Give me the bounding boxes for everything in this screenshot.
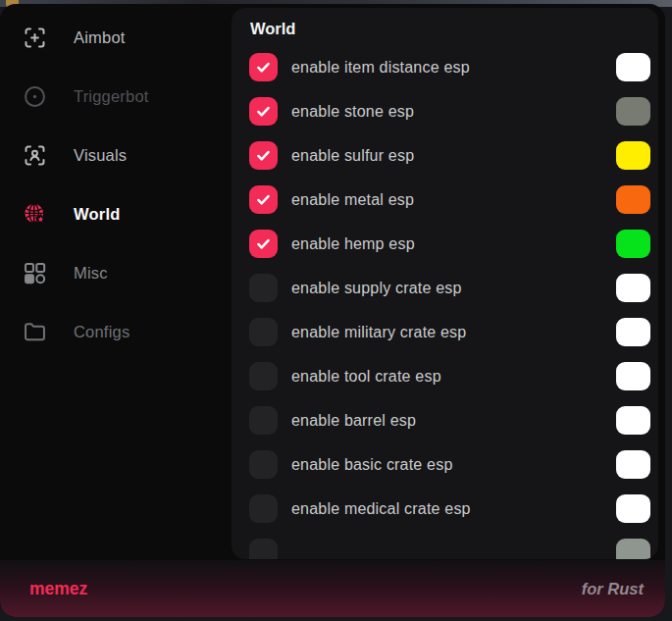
option-label: enable stone esp [291,103,602,121]
option-label: enable tool crate esp [291,368,602,386]
esp-checkbox[interactable] [249,318,278,346]
option-row [249,531,650,559]
sidebar-item-visuals[interactable]: Visuals [0,126,232,184]
option-label: enable basic crate esp [291,456,602,474]
option-row: enable military crate esp [249,310,650,354]
option-row: enable supply crate esp [249,266,650,310]
sidebar-item-triggerbot[interactable]: Triggerbot [0,67,232,126]
option-row: enable sulfur esp [249,133,650,178]
option-label: enable metal esp [291,191,602,209]
brand-name: memez [29,579,87,599]
option-row: enable item distance esp [249,45,650,89]
sidebar-item-aimbot[interactable]: Aimbot [0,8,232,67]
esp-checkbox[interactable] [249,185,278,214]
category-grid-icon [22,260,48,286]
esp-checkbox[interactable] [249,230,278,258]
color-swatch[interactable] [616,53,650,81]
color-swatch[interactable] [616,362,650,390]
option-label: enable military crate esp [291,324,602,341]
esp-checkbox[interactable] [249,450,278,479]
esp-checkbox[interactable] [249,494,278,523]
option-label: enable sulfur esp [291,147,602,165]
color-swatch[interactable] [616,450,650,479]
world-settings-panel[interactable]: World enable item distance esp enable st… [232,8,658,559]
color-swatch[interactable] [616,494,650,523]
player-scan-icon [22,142,48,169]
color-swatch[interactable] [616,318,650,346]
option-row: enable medical crate esp [249,487,650,531]
esp-checkbox[interactable] [249,141,278,170]
content-panel-wrap: World enable item distance esp enable st… [232,4,665,560]
esp-checkbox[interactable] [249,53,278,81]
folder-icon [22,319,48,345]
color-swatch[interactable] [616,97,650,126]
brand-tagline: for Rust [582,580,644,598]
option-row: enable barrel esp [249,398,650,442]
option-row: enable basic crate esp [249,442,650,487]
sidebar-item-world[interactable]: World [0,184,232,243]
color-swatch[interactable] [616,141,650,170]
option-label: enable item distance esp [291,59,602,77]
option-row: enable hemp esp [249,222,650,266]
options-list: enable item distance esp enable stone es… [249,45,650,559]
esp-checkbox[interactable] [249,539,278,559]
option-label: enable medical crate esp [291,500,602,518]
circle-dot-icon [22,83,48,110]
option-row: enable metal esp [249,178,650,222]
footer-bar: memez for Rust [0,560,665,617]
color-swatch[interactable] [616,185,650,214]
sidebar-item-configs[interactable]: Configs [0,302,232,361]
color-swatch[interactable] [616,406,650,435]
color-swatch[interactable] [616,539,650,559]
main-area: Aimbot Triggerbot Visuals World Misc Con… [0,4,665,560]
esp-checkbox[interactable] [249,362,278,390]
esp-checkbox[interactable] [249,406,278,435]
esp-checkbox[interactable] [249,274,278,302]
sidebar-item-misc[interactable]: Misc [0,243,232,302]
cheat-menu-window: Aimbot Triggerbot Visuals World Misc Con… [0,4,665,617]
color-swatch[interactable] [616,230,650,258]
crosshair-scan-icon [22,25,48,51]
sidebar-nav: Aimbot Triggerbot Visuals World Misc Con… [0,4,232,560]
esp-checkbox[interactable] [249,97,278,126]
option-row: enable stone esp [249,89,650,133]
option-label: enable barrel esp [291,412,602,430]
option-row: enable tool crate esp [249,354,650,398]
color-swatch[interactable] [616,274,650,302]
panel-title: World [250,20,650,38]
globe-star-icon [22,201,48,228]
option-label: enable hemp esp [291,235,602,253]
option-label: enable supply crate esp [291,280,602,297]
